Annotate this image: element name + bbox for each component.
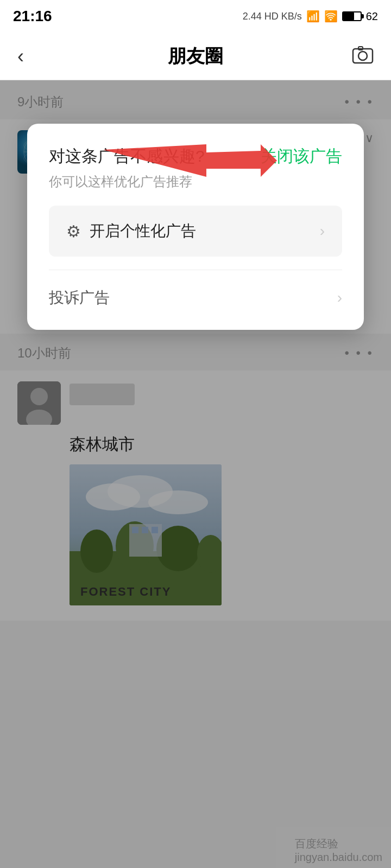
svg-point-1 [358, 52, 367, 60]
status-icons: 2.44 HD KB/s 📶 🛜 62 [243, 10, 378, 23]
red-arrow-annotation [98, 139, 282, 182]
chevron-right-icon: › [320, 222, 325, 240]
nav-bar: ‹ 朋友圈 [0, 33, 391, 80]
complaint-label: 投诉广告 [49, 288, 110, 308]
status-bar: 21:16 2.44 HD KB/s 📶 🛜 62 [0, 0, 391, 33]
battery-icon [342, 11, 362, 21]
network-label: 2.44 HD KB/s [243, 11, 302, 22]
gear-icon: ⚙ [66, 222, 81, 241]
personalized-ads-option[interactable]: ⚙ 开启个性化广告 › [49, 206, 342, 257]
modal-divider [49, 270, 342, 270]
svg-marker-30 [103, 144, 277, 177]
back-button[interactable]: ‹ [17, 45, 24, 68]
option-label: 开启个性化广告 [90, 221, 196, 241]
complaint-row[interactable]: 投诉广告 › [49, 283, 342, 312]
main-content: 9小时前 • • • [0, 80, 391, 868]
option-left: ⚙ 开启个性化广告 [66, 221, 196, 241]
battery-percent: 62 [366, 10, 378, 23]
page-title: 朋友圈 [168, 44, 223, 69]
camera-button[interactable] [352, 44, 374, 68]
wifi-icon: 🛜 [324, 10, 338, 23]
signal-icon: 📶 [306, 10, 320, 23]
status-time: 21:16 [13, 8, 52, 25]
complaint-chevron-icon: › [337, 289, 342, 307]
